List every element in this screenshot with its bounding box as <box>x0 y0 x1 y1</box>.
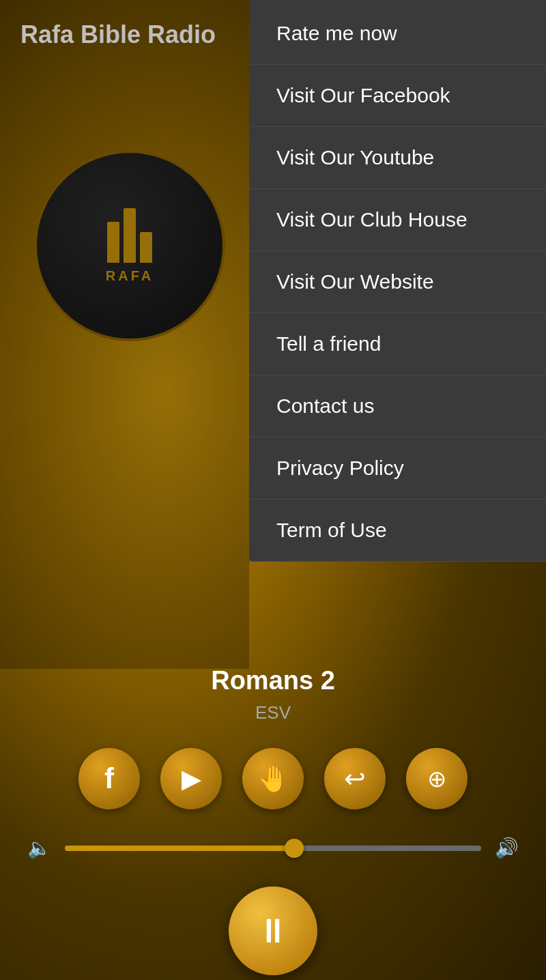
menu-item-tell-friend[interactable]: Tell a friend <box>249 313 546 375</box>
menu-item-visit-facebook[interactable]: Visit Our Facebook <box>249 65 546 127</box>
player-section: Romans 2 ESV f ▶ 🤚 ↩ ⊕ 🔈 🔊 ⏸ <box>0 652 546 980</box>
seek-fill <box>65 846 294 851</box>
menu-item-contact-us[interactable]: Contact us <box>249 375 546 437</box>
seek-bar[interactable] <box>65 846 481 851</box>
track-title: Romans 2 <box>211 666 335 695</box>
menu-item-visit-youtube[interactable]: Visit Our Youtube <box>249 127 546 189</box>
menu-item-visit-website[interactable]: Visit Our Website <box>249 251 546 313</box>
facebook-btn[interactable]: f <box>78 748 140 809</box>
dribbble-btn[interactable]: ⊕ <box>406 748 468 809</box>
overlay-dim <box>0 0 249 669</box>
seek-thumb[interactable] <box>285 839 304 858</box>
menu-item-rate-me-now[interactable]: Rate me now <box>249 0 546 65</box>
pause-button[interactable]: ⏸ <box>229 887 317 975</box>
clubhouse-btn[interactable]: 🤚 <box>242 748 304 809</box>
youtube-btn[interactable]: ▶ <box>160 748 222 809</box>
dropdown-menu: Rate me nowVisit Our FacebookVisit Our Y… <box>249 0 546 562</box>
share-btn[interactable]: ↩ <box>324 748 386 809</box>
pause-icon: ⏸ <box>256 911 290 951</box>
menu-item-privacy-policy[interactable]: Privacy Policy <box>249 437 546 500</box>
social-buttons-row: f ▶ 🤚 ↩ ⊕ <box>78 748 468 809</box>
volume-low-icon: 🔈 <box>27 837 51 859</box>
volume-row: 🔈 🔊 <box>27 837 519 859</box>
menu-item-term-of-use[interactable]: Term of Use <box>249 500 546 562</box>
volume-high-icon: 🔊 <box>495 837 519 859</box>
menu-item-visit-clubhouse[interactable]: Visit Our Club House <box>249 189 546 251</box>
track-subtitle: ESV <box>255 702 291 723</box>
